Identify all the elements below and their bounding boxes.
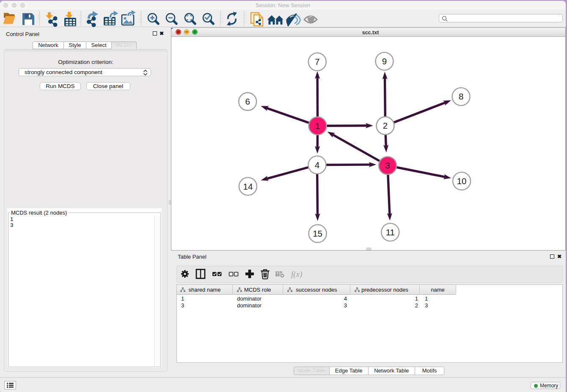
svg-text:10: 10 — [457, 176, 467, 186]
svg-text:11: 11 — [386, 227, 395, 237]
svg-text:9: 9 — [382, 56, 387, 66]
svg-text:15: 15 — [313, 229, 322, 238]
svg-text:1: 1 — [315, 121, 320, 131]
svg-text:2: 2 — [383, 121, 388, 130]
svg-text:14: 14 — [243, 182, 253, 191]
svg-text:8: 8 — [459, 91, 463, 101]
svg-text:6: 6 — [245, 97, 250, 106]
svg-text:3: 3 — [385, 160, 390, 170]
svg-text:f(x): f(x) — [291, 270, 302, 279]
svg-text:7: 7 — [315, 57, 319, 66]
svg-text:4: 4 — [315, 160, 319, 170]
